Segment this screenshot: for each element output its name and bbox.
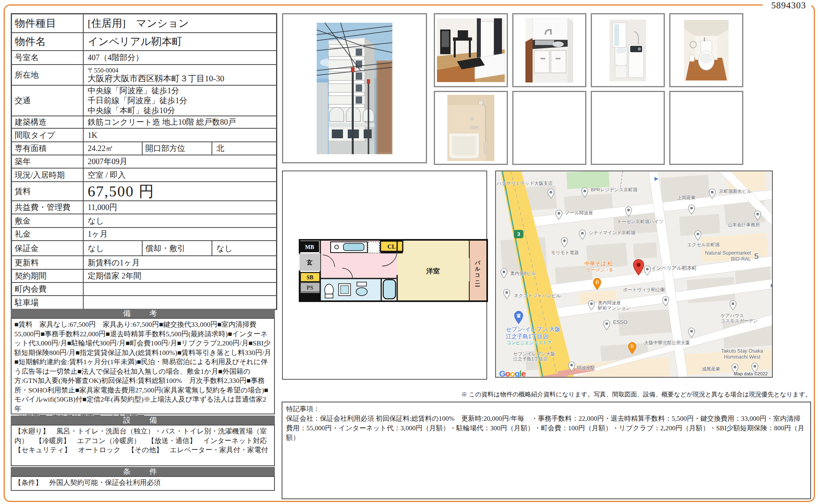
table-row: 町内会費 [12, 282, 276, 295]
photo-building-exterior [282, 13, 427, 163]
disclaimer-note: ※ この資料は物件の概略紹介資料になります。写真、間取図面、設備、概要などが現況… [282, 390, 811, 399]
map-label: 京町堀新光ビル [719, 189, 751, 194]
table-row: 間取タイプ 1K [12, 128, 276, 141]
row-value: インペリアル靭本町 [84, 33, 276, 50]
row-value: 鉄筋コンクリート造 地上10階 総戸数80戸 [84, 116, 276, 128]
map-label: 大阪中華北幇公所大廈 [644, 340, 690, 345]
row-label: 専有面積 [12, 142, 84, 155]
facilities-header: 設 備 [11, 416, 275, 425]
location-map: 3 5 ハタヤリミテッド大阪支店 BPRレジデンス京町堀 上岡産業 京町堀新光ビ… [495, 171, 773, 378]
map-pin-icon [729, 300, 737, 310]
photo-toilet [669, 13, 743, 87]
map-label: 上岡産業 [677, 195, 696, 200]
map-label: Takuto Stay Osaka Hommachi West [716, 348, 768, 360]
map-pin-icon [581, 187, 588, 198]
photo-empty-3 [669, 91, 743, 165]
google-logo: Google [499, 369, 525, 378]
row-value: なし [84, 241, 142, 255]
conditions-text: 【条件】 外国人契約可能・保証会社利用必須 [14, 478, 271, 488]
row-value: 11,000円 [84, 201, 276, 214]
floorplan-mb-label: MB [305, 244, 314, 250]
floorplan-sb-label: SB [306, 275, 313, 280]
map-pin-icon [688, 204, 695, 215]
row-value: 北 [212, 142, 276, 155]
table-row: 築年 2007年09月 [12, 155, 276, 168]
table-row: 物件種目 [住居用] マンション [12, 14, 276, 32]
row-label: 礼金 [12, 228, 84, 240]
map-pin-icon [662, 296, 669, 306]
row-label: 更新料 [12, 256, 84, 269]
special-notes-text: 保証会社：保証会社利用必須 初回保証料:総賃料の100% 更新時:20,000円… [286, 414, 807, 443]
row-label: 交通 [12, 86, 84, 116]
table-row: 交通 中央線「阿波座」徒歩1分 千日前線「阿波座」徒歩1分 中央線「本町」徒歩1… [12, 85, 276, 116]
toilet-image [684, 20, 729, 80]
row-label: 物件名 [12, 33, 84, 50]
table-row: 駐車場 [12, 295, 276, 309]
block-number: 5 [754, 253, 759, 259]
row-value [84, 296, 276, 309]
map-pin-icon [644, 265, 651, 276]
document-id: 5894303 [771, 0, 806, 11]
map-pin-icon [588, 300, 595, 310]
row-label: 所在地 [12, 65, 84, 85]
map-pin-icon [561, 237, 568, 247]
row-label: 建築構造 [12, 116, 84, 128]
map-label: 中華そば 松 [584, 261, 613, 267]
map-label: Natural Supermarket BIO-RAL [693, 250, 751, 262]
map-label: 奥内阿波座 駅前マンション [598, 300, 631, 311]
table-row: 更新料 新賃料の1ヶ月 [12, 255, 276, 269]
map-pin-icon [603, 320, 610, 330]
table-row: 物件名 インペリアル靭本町 [12, 32, 276, 50]
map-attribution: Map data ©2022 [734, 371, 768, 377]
subject-property-pin-icon [633, 259, 645, 276]
bedroom-image [437, 18, 505, 82]
rent-value: 67,500 円 [84, 182, 276, 200]
photo-empty-1 [512, 91, 586, 165]
row-value: 空室 / 即入 [84, 169, 276, 181]
address: 大阪府大阪市西区靱本町３丁目10-30 [88, 74, 224, 83]
photo-washroom [591, 13, 665, 87]
floorplan-balcony-label: バルコニー [474, 257, 480, 287]
store-pin-icon [514, 311, 523, 324]
photo-kitchen [512, 13, 586, 87]
map-label: ネクストジャパンビル [514, 293, 561, 298]
map-label: シティマインド京町堀 [589, 230, 635, 235]
row-value: 1ヶ月 [84, 228, 276, 240]
floorplan-room-label: 洋室 [426, 267, 440, 275]
table-row: 敷金 なし [12, 214, 276, 227]
row-value: 2007年09月 [84, 155, 276, 168]
map-pin-icon [579, 229, 586, 240]
logo-letter: e [521, 369, 526, 378]
photo-bathroom [434, 91, 508, 165]
row-label: 賃料 [12, 182, 84, 200]
restaurant-pin-icon [593, 278, 602, 290]
floorplan-image: バルコニー 洋室 CL 玄 [299, 239, 488, 302]
map-label: ESSO [613, 320, 627, 325]
map-pin-icon [555, 210, 562, 220]
map-pin-icon [625, 206, 632, 217]
row-label: 町内会費 [12, 283, 84, 295]
row-label: 共益費・管理費 [12, 201, 84, 214]
row-value: なし [212, 241, 276, 255]
remarks-box: ■賃料 家具なし:67,500円 家具あり:67,500円■鍵交換代33,000… [11, 318, 275, 414]
row-label: 償却・敷引 [142, 241, 212, 255]
table-row: 専有面積 24.22㎡ 開口部方位 北 [12, 141, 276, 155]
map-pin-icon [503, 289, 510, 299]
table-row: 所在地 〒550-0004 大阪府大阪市西区靱本町３丁目10-30 [12, 64, 276, 85]
route-shield: 3 [514, 230, 523, 238]
table-row: 保証金 なし 償却・敷引 なし [12, 240, 276, 255]
map-label: ハタヤリミテッド大阪支店 [497, 181, 553, 186]
row-label: 契約期間 [12, 270, 84, 282]
logo-letter: g [515, 369, 519, 378]
row-value: 407（4階部分） [84, 51, 276, 64]
logo-letter: o [510, 369, 515, 378]
map-label: 奥内第8ビル [510, 271, 536, 276]
row-value: 定期借家 2年間 [84, 270, 276, 282]
map-label: モリモト電器 [551, 250, 579, 255]
row-value: 24.22㎡ [84, 142, 142, 155]
map-label: ケアハウス コスモスガーデン [721, 313, 758, 324]
row-value: 1K [84, 129, 276, 141]
facilities-box: 【水廻り】 風呂・トイレ・洗面台（独立）・バス・トイレ別・洗濯機置場（室内） 【… [11, 425, 275, 466]
table-row: 号室名 407（4階部分） [12, 50, 276, 64]
map-label: エクセル京町堀 [687, 242, 720, 247]
